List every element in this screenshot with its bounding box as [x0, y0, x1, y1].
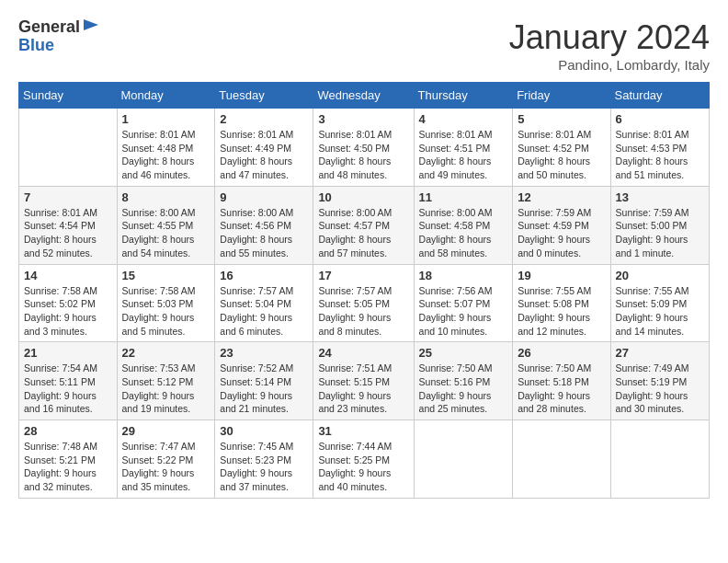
day-number: 12 [518, 190, 605, 204]
calendar-cell: 10Sunrise: 8:00 AMSunset: 4:57 PMDayligh… [313, 186, 414, 264]
day-number: 6 [616, 112, 704, 126]
day-number: 24 [318, 346, 408, 360]
day-number: 21 [24, 346, 112, 360]
calendar-table: SundayMondayTuesdayWednesdayThursdayFrid… [18, 82, 710, 499]
calendar-cell: 3Sunrise: 8:01 AMSunset: 4:50 PMDaylight… [313, 109, 414, 187]
page-header: General Blue January 2024 Pandino, Lomba… [18, 18, 710, 73]
calendar-week-row: 21Sunrise: 7:54 AMSunset: 5:11 PMDayligh… [19, 342, 710, 420]
day-of-week-header: Monday [117, 83, 215, 109]
calendar-cell: 17Sunrise: 7:57 AMSunset: 5:05 PMDayligh… [313, 264, 414, 342]
day-of-week-header: Saturday [610, 83, 709, 109]
calendar-cell: 26Sunrise: 7:50 AMSunset: 5:18 PMDayligh… [513, 342, 610, 420]
calendar-week-row: 1Sunrise: 8:01 AMSunset: 4:48 PMDaylight… [19, 109, 710, 187]
calendar-cell: 7Sunrise: 8:01 AMSunset: 4:54 PMDaylight… [19, 186, 118, 264]
calendar-cell: 1Sunrise: 8:01 AMSunset: 4:48 PMDaylight… [117, 109, 215, 187]
day-info: Sunrise: 7:59 AMSunset: 5:00 PMDaylight:… [616, 206, 704, 260]
calendar-cell: 23Sunrise: 7:52 AMSunset: 5:14 PMDayligh… [215, 342, 313, 420]
day-info: Sunrise: 7:53 AMSunset: 5:12 PMDaylight:… [122, 362, 210, 416]
calendar-cell: 21Sunrise: 7:54 AMSunset: 5:11 PMDayligh… [19, 342, 118, 420]
calendar-cell: 5Sunrise: 8:01 AMSunset: 4:52 PMDaylight… [513, 109, 610, 187]
logo: General Blue [18, 18, 100, 55]
day-info: Sunrise: 7:57 AMSunset: 5:05 PMDaylight:… [318, 284, 408, 339]
day-number: 4 [419, 112, 508, 126]
calendar-cell: 28Sunrise: 7:48 AMSunset: 5:21 PMDayligh… [19, 420, 118, 499]
calendar-cell: 11Sunrise: 8:00 AMSunset: 4:58 PMDayligh… [414, 186, 513, 264]
day-number: 23 [220, 346, 308, 360]
day-info: Sunrise: 7:51 AMSunset: 5:15 PMDaylight:… [318, 362, 408, 416]
day-number: 22 [122, 346, 210, 360]
calendar-week-row: 14Sunrise: 7:58 AMSunset: 5:02 PMDayligh… [19, 264, 710, 342]
day-of-week-header: Sunday [19, 83, 118, 109]
calendar-cell: 6Sunrise: 8:01 AMSunset: 4:53 PMDaylight… [610, 109, 709, 187]
day-number: 17 [318, 269, 408, 282]
calendar-week-row: 7Sunrise: 8:01 AMSunset: 4:54 PMDaylight… [19, 186, 710, 264]
calendar-cell: 8Sunrise: 8:00 AMSunset: 4:55 PMDaylight… [117, 186, 215, 264]
calendar-cell [513, 420, 610, 499]
day-number: 2 [220, 112, 308, 126]
calendar-cell: 13Sunrise: 7:59 AMSunset: 5:00 PMDayligh… [610, 186, 709, 264]
day-info: Sunrise: 8:01 AMSunset: 4:48 PMDaylight:… [122, 128, 210, 182]
logo-general-text: General [18, 18, 80, 37]
day-number: 29 [122, 424, 210, 438]
day-info: Sunrise: 7:47 AMSunset: 5:22 PMDaylight:… [122, 440, 210, 494]
calendar-week-row: 28Sunrise: 7:48 AMSunset: 5:21 PMDayligh… [19, 420, 710, 499]
day-number: 30 [220, 424, 308, 438]
calendar-cell: 4Sunrise: 8:01 AMSunset: 4:51 PMDaylight… [414, 109, 513, 187]
day-number: 1 [122, 112, 210, 126]
day-number: 16 [220, 269, 308, 282]
calendar-cell: 9Sunrise: 8:00 AMSunset: 4:56 PMDaylight… [215, 186, 313, 264]
day-info: Sunrise: 7:59 AMSunset: 4:59 PMDaylight:… [518, 206, 605, 260]
day-info: Sunrise: 7:45 AMSunset: 5:23 PMDaylight:… [220, 440, 308, 494]
day-of-week-header: Friday [513, 83, 610, 109]
svg-marker-0 [84, 19, 98, 30]
day-info: Sunrise: 7:49 AMSunset: 5:19 PMDaylight:… [616, 362, 704, 416]
day-of-week-header: Thursday [414, 83, 513, 109]
calendar-cell [414, 420, 513, 499]
day-number: 31 [318, 424, 408, 438]
day-info: Sunrise: 7:50 AMSunset: 5:16 PMDaylight:… [419, 362, 508, 416]
calendar-cell: 18Sunrise: 7:56 AMSunset: 5:07 PMDayligh… [414, 264, 513, 342]
day-number: 9 [220, 190, 308, 204]
day-info: Sunrise: 8:00 AMSunset: 4:58 PMDaylight:… [419, 206, 508, 260]
day-info: Sunrise: 8:01 AMSunset: 4:54 PMDaylight:… [24, 206, 112, 260]
day-number: 25 [419, 346, 508, 360]
calendar-cell: 22Sunrise: 7:53 AMSunset: 5:12 PMDayligh… [117, 342, 215, 420]
day-number: 10 [318, 190, 408, 204]
calendar-cell: 19Sunrise: 7:55 AMSunset: 5:08 PMDayligh… [513, 264, 610, 342]
calendar-cell: 24Sunrise: 7:51 AMSunset: 5:15 PMDayligh… [313, 342, 414, 420]
day-info: Sunrise: 7:57 AMSunset: 5:04 PMDaylight:… [220, 284, 308, 339]
day-number: 3 [318, 112, 408, 126]
calendar-cell: 31Sunrise: 7:44 AMSunset: 5:25 PMDayligh… [313, 420, 414, 499]
day-number: 11 [419, 190, 508, 204]
day-info: Sunrise: 8:01 AMSunset: 4:49 PMDaylight:… [220, 128, 308, 182]
calendar-cell: 16Sunrise: 7:57 AMSunset: 5:04 PMDayligh… [215, 264, 313, 342]
day-info: Sunrise: 7:58 AMSunset: 5:03 PMDaylight:… [122, 284, 210, 339]
day-info: Sunrise: 7:44 AMSunset: 5:25 PMDaylight:… [318, 440, 408, 494]
day-number: 13 [616, 190, 704, 204]
calendar-cell: 30Sunrise: 7:45 AMSunset: 5:23 PMDayligh… [215, 420, 313, 499]
day-info: Sunrise: 7:48 AMSunset: 5:21 PMDaylight:… [24, 440, 112, 494]
calendar-cell: 20Sunrise: 7:55 AMSunset: 5:09 PMDayligh… [610, 264, 709, 342]
month-title: January 2024 [509, 18, 710, 57]
calendar-cell [19, 109, 118, 187]
day-info: Sunrise: 7:55 AMSunset: 5:08 PMDaylight:… [518, 284, 605, 339]
day-number: 28 [24, 424, 112, 438]
calendar-cell [610, 420, 709, 499]
day-number: 8 [122, 190, 210, 204]
calendar-header-row: SundayMondayTuesdayWednesdayThursdayFrid… [19, 83, 710, 109]
calendar-cell: 14Sunrise: 7:58 AMSunset: 5:02 PMDayligh… [19, 264, 118, 342]
day-info: Sunrise: 8:00 AMSunset: 4:55 PMDaylight:… [122, 206, 210, 260]
calendar-cell: 29Sunrise: 7:47 AMSunset: 5:22 PMDayligh… [117, 420, 215, 499]
day-number: 5 [518, 112, 605, 126]
day-number: 27 [616, 346, 704, 360]
logo-flag-icon [82, 17, 100, 36]
day-info: Sunrise: 8:01 AMSunset: 4:52 PMDaylight:… [518, 128, 605, 182]
title-area: January 2024 Pandino, Lombardy, Italy [509, 18, 710, 73]
logo-blue-text: Blue [18, 37, 100, 55]
day-number: 19 [518, 269, 605, 282]
day-info: Sunrise: 7:56 AMSunset: 5:07 PMDaylight:… [419, 284, 508, 339]
day-info: Sunrise: 8:01 AMSunset: 4:50 PMDaylight:… [318, 128, 408, 182]
day-info: Sunrise: 8:00 AMSunset: 4:57 PMDaylight:… [318, 206, 408, 260]
day-info: Sunrise: 8:00 AMSunset: 4:56 PMDaylight:… [220, 206, 308, 260]
day-info: Sunrise: 7:54 AMSunset: 5:11 PMDaylight:… [24, 362, 112, 416]
